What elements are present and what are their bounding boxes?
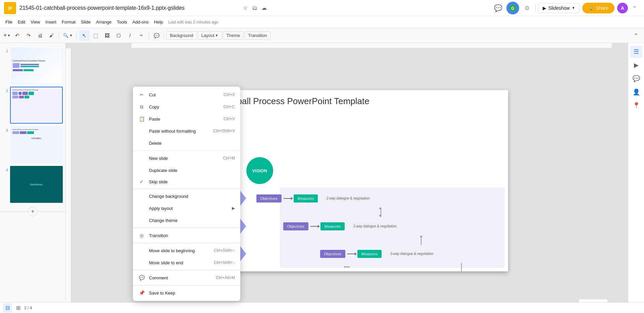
- doc-title: 21545-01-catchball-process-powerpoint-te…: [19, 5, 241, 11]
- add-button[interactable]: + ▼: [3, 30, 11, 41]
- paste-noformat-icon: [138, 128, 145, 134]
- slide-grid-view[interactable]: ⊞: [13, 303, 23, 313]
- expand-icon[interactable]: ⌃: [629, 3, 640, 13]
- move-end-icon: [138, 259, 145, 266]
- menu-view[interactable]: View: [28, 18, 43, 26]
- slide-single-view[interactable]: ⊟: [3, 303, 12, 313]
- skip-check-icon: ✓: [138, 179, 145, 184]
- slide-thumb-3[interactable]: 3 Catch-ball Process PowerPoint Template…: [0, 125, 65, 165]
- v-connector-1: [381, 208, 381, 217]
- add-slide-btn[interactable]: +: [28, 207, 38, 216]
- arrow-3: [347, 254, 355, 254]
- ctx-transition-label: Transition: [149, 233, 235, 238]
- folder-icon[interactable]: 🗂: [250, 3, 259, 13]
- last-edit-label[interactable]: Last edit was 2 minutes ago: [168, 20, 218, 25]
- sep1: [59, 32, 59, 40]
- tier-boxes-1: Objectives Measures 2-way dialogue & neg…: [256, 194, 370, 203]
- ctx-sep5: [133, 270, 240, 270]
- transition-btn[interactable]: Transition: [244, 31, 271, 40]
- star-icon[interactable]: ☆: [241, 3, 250, 13]
- background-btn[interactable]: Background: [166, 31, 197, 40]
- ctx-save-keep[interactable]: 📌 Save to Keep: [133, 287, 240, 299]
- ctx-delete[interactable]: Delete: [133, 137, 240, 149]
- ctx-change-bg[interactable]: Change background: [133, 190, 240, 202]
- layout-btn[interactable]: Layout▼: [198, 31, 222, 40]
- vision-circle: VISION: [246, 157, 273, 184]
- redo-button[interactable]: ↷: [23, 30, 34, 41]
- slide-title: h-ball Process PowerPoint Template: [230, 96, 369, 106]
- dialogue-2: 2-way dialogue & negotiation: [353, 224, 396, 228]
- slides-list-icon[interactable]: ☰: [630, 46, 642, 58]
- ctx-comment[interactable]: 💬 Comment Ctrl+Alt+M: [133, 272, 240, 284]
- menu-insert[interactable]: Insert: [43, 18, 59, 26]
- menu-help[interactable]: Help: [151, 18, 166, 26]
- ctx-copy[interactable]: ⧉ Copy Ctrl+C: [133, 101, 240, 113]
- theme-btn[interactable]: Theme: [223, 31, 244, 40]
- slide-num-3: 3: [3, 128, 8, 132]
- history-icon[interactable]: ⊙: [522, 3, 533, 13]
- select-tool[interactable]: ⬚: [90, 30, 101, 41]
- line-tool[interactable]: /: [125, 30, 135, 41]
- ctx-paste-noformat[interactable]: Paste without formatting Ctrl+Shift+V: [133, 125, 240, 137]
- ctx-apply-layout[interactable]: Apply layout ▶: [133, 202, 240, 214]
- menu-tools[interactable]: Tools: [114, 18, 130, 26]
- zoom-dropdown[interactable]: 🔍 ▼: [61, 32, 75, 39]
- ctx-paste[interactable]: 📋 Paste Ctrl+V: [133, 113, 240, 125]
- menu-file[interactable]: File: [3, 18, 15, 26]
- slideshow-button[interactable]: ▶ Slideshow ▼: [538, 3, 580, 13]
- slide-thumb-4[interactable]: 4 SlideModel.: [0, 165, 65, 204]
- meas-box-2: Measures: [320, 222, 345, 230]
- menu-slide[interactable]: Slide: [78, 18, 93, 26]
- ctx-skip-slide[interactable]: ✓ Skip slide: [133, 176, 240, 187]
- tier-boxes-2: Objectives Measures 2-way dialogue & neg…: [283, 222, 397, 230]
- ctx-duplicate-slide[interactable]: Duplicate slide: [133, 164, 240, 176]
- ctx-new-slide[interactable]: New slide Ctrl+M: [133, 152, 240, 164]
- svg-rect-1: [8, 7, 12, 7]
- undo-button[interactable]: ↶: [12, 30, 22, 41]
- delete-icon: [138, 140, 145, 146]
- menu-addons[interactable]: Add-ons: [130, 18, 151, 26]
- ctx-move-beginning-shortcut: Ctrl+Shift+↑: [214, 248, 235, 253]
- arrow-2: [310, 226, 318, 227]
- add-slide-area: +: [0, 207, 65, 216]
- maps-icon-right[interactable]: 📍: [630, 99, 642, 111]
- shape-tool[interactable]: ⬡: [113, 30, 124, 41]
- cursor-tool[interactable]: ↖: [79, 30, 90, 41]
- slide-thumb-1[interactable]: 1 Catch-ball Process PowerPoint Template: [0, 46, 65, 85]
- slide-thumb-2[interactable]: 2 Catch-ball Process PowerPoint Template: [0, 85, 65, 125]
- ctx-cut[interactable]: ✂ Cut Ctrl+X: [133, 89, 240, 101]
- ctx-transition[interactable]: ◎ Transition: [133, 229, 240, 241]
- paint-format-button[interactable]: 🖌: [46, 30, 57, 41]
- ctx-sep1: [133, 150, 240, 151]
- ctx-move-end[interactable]: Move slide to end Ctrl+Shift+↓: [133, 257, 240, 269]
- slide-num-1: 1: [3, 49, 8, 53]
- transition-icon: ◎: [138, 232, 145, 239]
- app-icon[interactable]: [4, 2, 16, 14]
- ctx-move-beginning[interactable]: Move slide to beginning Ctrl+Shift+↑: [133, 244, 240, 257]
- share-button[interactable]: 🔒 Share: [582, 3, 614, 13]
- image-tool[interactable]: 🖼: [102, 30, 112, 41]
- expand-handle[interactable]: •••: [344, 264, 350, 270]
- print-button[interactable]: 🖨: [35, 30, 45, 41]
- collapse-toolbar-btn[interactable]: ⌃: [631, 30, 641, 41]
- slide-preview-2: Catch-ball Process PowerPoint Template: [10, 87, 63, 124]
- menu-arrange[interactable]: Arrange: [93, 18, 114, 26]
- account-icon-right[interactable]: 👤: [630, 86, 642, 98]
- ctx-change-theme[interactable]: Change theme: [133, 214, 240, 226]
- chat-icon-right[interactable]: 💬: [630, 73, 642, 85]
- ctx-sep4: [133, 243, 240, 243]
- sep4: [164, 32, 164, 40]
- comment-btn[interactable]: 💬: [151, 30, 162, 41]
- svg-rect-2: [8, 8, 12, 9]
- comments-icon[interactable]: 💬: [493, 3, 504, 13]
- user-avatar[interactable]: A: [617, 3, 628, 13]
- slide-num-4: 4: [3, 168, 8, 172]
- obj-box-1: Objectives: [256, 194, 282, 203]
- menu-format[interactable]: Format: [59, 18, 78, 26]
- ctx-sep3: [133, 228, 240, 228]
- google-meet-icon[interactable]: G: [506, 2, 519, 14]
- scribble-tool[interactable]: ✏: [136, 30, 147, 41]
- menu-edit[interactable]: Edit: [15, 18, 28, 26]
- slideshow-icon-right[interactable]: ▶: [630, 59, 642, 71]
- cloud-icon[interactable]: ☁: [259, 3, 269, 13]
